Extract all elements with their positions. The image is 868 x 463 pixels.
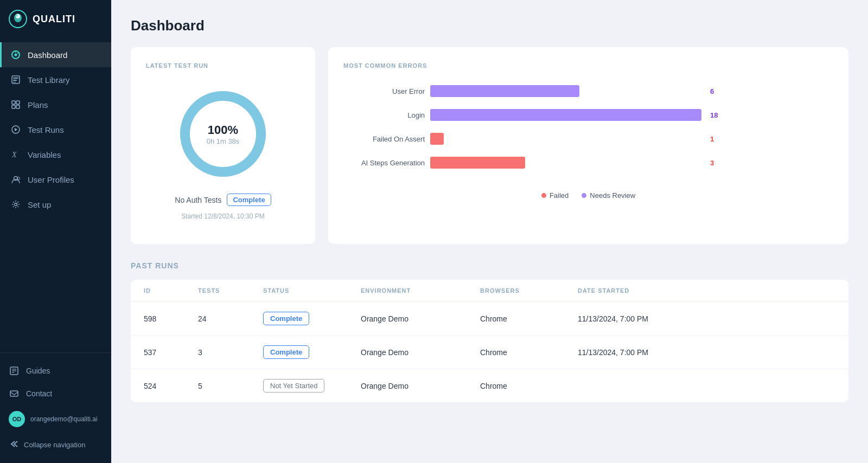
bar-value-login: 18	[710, 111, 718, 119]
bar-label-login: Login	[343, 111, 425, 119]
cell-id: 598	[144, 314, 198, 323]
donut-chart: 100% 0h 1m 38s	[174, 85, 272, 183]
svg-text:X: X	[11, 151, 17, 159]
svg-point-20	[15, 203, 17, 206]
sidebar-item-dashboard[interactable]: Dashboard	[0, 42, 111, 67]
bar-value-user-error: 6	[710, 87, 714, 95]
col-header-environment: ENVIRONMENT	[361, 287, 480, 294]
runs-table-header: ID TESTS STATUS ENVIRONMENT BROWSERS DAT…	[131, 280, 848, 302]
test-status-row: No Auth Tests Complete	[175, 194, 271, 206]
donut-container: 100% 0h 1m 38s No Auth Tests Complete St…	[146, 80, 300, 229]
bar-fill-login	[430, 109, 701, 121]
svg-rect-10	[13, 80, 17, 81]
cell-status: Not Yet Started	[263, 379, 361, 393]
most-common-errors-label: MOST COMMON ERRORS	[343, 62, 833, 69]
bar-track-ai-steps	[430, 157, 701, 169]
legend-label-failed: Failed	[550, 191, 569, 200]
logo-icon	[9, 10, 27, 28]
started-text: Started 12/8/2024, 10:30 PM	[181, 213, 264, 220]
sidebar-item-test-runs-label: Test Runs	[28, 125, 64, 134]
bar-value-failed-on-assert: 1	[710, 135, 714, 143]
cell-browsers: Chrome	[480, 314, 578, 323]
sidebar-item-variables-label: Variables	[28, 150, 61, 159]
table-row[interactable]: 598 24 Complete Orange Demo Chrome 11/13…	[131, 302, 848, 336]
sidebar-item-set-up-label: Set up	[28, 200, 51, 209]
status-badge-not-started: Not Yet Started	[263, 379, 324, 393]
cell-browsers: Chrome	[480, 348, 578, 357]
user-profiles-icon	[10, 174, 21, 185]
sidebar-item-set-up[interactable]: Set up	[0, 192, 111, 217]
user-email: orangedemo@qualiti.ai	[30, 415, 98, 423]
runs-table: ID TESTS STATUS ENVIRONMENT BROWSERS DAT…	[131, 280, 848, 402]
sidebar-item-test-library[interactable]: Test Library	[0, 67, 111, 92]
status-badge: Complete	[227, 194, 271, 206]
sidebar-item-contact[interactable]: Contact	[0, 382, 111, 405]
past-runs-title: PAST RUNS	[131, 261, 848, 270]
svg-rect-13	[16, 101, 20, 104]
bar-row-login: Login 18	[343, 109, 833, 121]
bar-label-ai-steps: AI Steps Generation	[343, 159, 425, 167]
dashboard-icon	[10, 49, 21, 60]
user-row: OD orangedemo@qualiti.ai	[0, 405, 111, 433]
bar-fill-ai-steps	[430, 157, 525, 169]
sidebar-item-user-profiles-label: User Profiles	[28, 175, 74, 184]
cell-date: 11/13/2024, 7:00 PM	[578, 348, 835, 357]
legend-dot-needs-review	[582, 193, 586, 198]
svg-point-5	[15, 54, 17, 56]
sidebar-item-variables[interactable]: X Variables	[0, 142, 111, 167]
cell-browsers: Chrome	[480, 382, 578, 390]
col-header-browsers: BROWSERS	[480, 287, 578, 294]
table-row[interactable]: 524 5 Not Yet Started Orange Demo Chrome	[131, 369, 848, 402]
test-runs-icon	[10, 124, 21, 135]
svg-point-3	[16, 15, 18, 17]
logo: QUALITI	[0, 0, 111, 38]
logo-text: QUALITI	[33, 14, 75, 25]
cell-id: 537	[144, 348, 198, 357]
cell-environment: Orange Demo	[361, 314, 480, 323]
status-badge-complete: Complete	[263, 312, 309, 325]
sidebar: QUALITI Dashboard	[0, 0, 111, 463]
most-common-errors-card: MOST COMMON ERRORS User Error 6 Login	[328, 47, 848, 244]
set-up-icon	[10, 199, 21, 210]
collapse-navigation[interactable]: Collapse navigation	[0, 433, 111, 456]
col-header-status: STATUS	[263, 287, 361, 294]
svg-rect-14	[12, 105, 15, 108]
sidebar-item-test-runs[interactable]: Test Runs	[0, 117, 111, 142]
cell-environment: Orange Demo	[361, 348, 480, 357]
legend-dot-failed	[541, 193, 546, 198]
cell-date: 11/13/2024, 7:00 PM	[578, 314, 835, 323]
guides-icon	[9, 365, 20, 376]
donut-percentage: 100%	[207, 123, 240, 137]
sidebar-item-plans[interactable]: Plans	[0, 92, 111, 117]
page-title: Dashboard	[131, 17, 848, 34]
svg-rect-15	[16, 105, 20, 108]
bar-label-failed-on-assert: Failed On Assert	[343, 135, 425, 143]
sidebar-item-guides[interactable]: Guides	[0, 359, 111, 382]
latest-test-run-card: LATEST TEST RUN 100% 0h 1m 38s No Auth T…	[131, 47, 315, 244]
col-header-id: ID	[144, 287, 198, 294]
bar-row-failed-on-assert: Failed On Assert 1	[343, 133, 833, 145]
sidebar-item-plans-label: Plans	[28, 100, 48, 110]
sidebar-nav: Dashboard Test Library	[0, 38, 111, 352]
bar-row-user-error: User Error 6	[343, 85, 833, 97]
bar-fill-failed-on-assert	[430, 133, 444, 145]
col-header-tests: TESTS	[198, 287, 263, 294]
bar-fill-user-error	[430, 85, 579, 97]
bar-chart: User Error 6 Login 18 Failed On As	[343, 80, 833, 186]
donut-duration: 0h 1m 38s	[207, 137, 240, 145]
table-row[interactable]: 537 3 Complete Orange Demo Chrome 11/13/…	[131, 336, 848, 369]
variables-icon: X	[10, 149, 21, 160]
collapse-icon	[9, 439, 18, 451]
test-label: No Auth Tests	[175, 196, 221, 204]
bar-label-user-error: User Error	[343, 87, 425, 95]
cell-status: Complete	[263, 312, 361, 325]
sidebar-item-contact-label: Contact	[26, 389, 52, 398]
sidebar-item-user-profiles[interactable]: User Profiles	[0, 167, 111, 192]
svg-rect-9	[13, 78, 18, 79]
legend-label-needs-review: Needs Review	[590, 191, 635, 200]
col-header-date: DATE STARTED	[578, 287, 835, 294]
latest-test-run-label: LATEST TEST RUN	[146, 62, 300, 69]
svg-line-7	[17, 53, 18, 54]
past-runs-section: PAST RUNS ID TESTS STATUS ENVIRONMENT BR…	[131, 261, 848, 402]
bar-value-ai-steps: 3	[710, 159, 714, 167]
